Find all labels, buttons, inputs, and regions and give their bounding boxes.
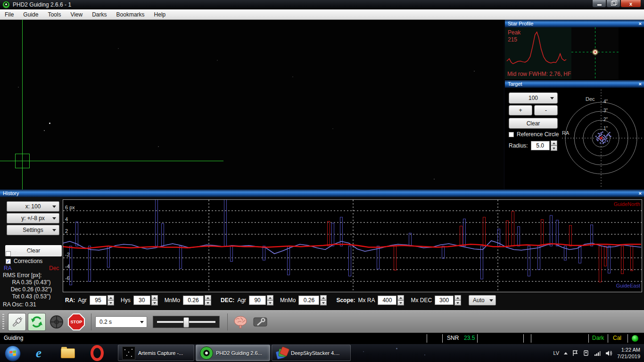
advanced-settings-button[interactable] bbox=[231, 313, 249, 331]
taskbar-app-phd2[interactable]: PHD2 Guiding 2.6... bbox=[196, 345, 270, 361]
start-button[interactable] bbox=[5, 346, 21, 362]
action-center-flag-icon[interactable] bbox=[572, 350, 578, 356]
opera-button[interactable] bbox=[88, 346, 107, 360]
speaker-icon[interactable] bbox=[605, 350, 612, 356]
ra-minmove-spinner[interactable] bbox=[205, 295, 211, 305]
ra-minmove-input[interactable]: 0.26 bbox=[183, 296, 204, 305]
toolbar-gripper[interactable] bbox=[2, 314, 4, 330]
menu-file[interactable]: File bbox=[0, 9, 18, 20]
dec-guide-mode-dropdown[interactable]: Auto bbox=[469, 295, 496, 305]
scatter-point bbox=[603, 137, 604, 139]
target-close-icon[interactable]: × bbox=[639, 81, 642, 87]
stop-button[interactable]: STOP bbox=[67, 313, 85, 331]
correction-bar-dec bbox=[394, 246, 396, 270]
max-ra-label: Mx RA bbox=[358, 297, 375, 304]
guide-button[interactable] bbox=[48, 313, 66, 331]
y-tick-label: -6 bbox=[65, 275, 70, 281]
correction-bar-ra bbox=[89, 246, 91, 281]
history-controls: x: 100 y: +/-8 px Settings Clear Trendli… bbox=[0, 197, 63, 310]
menu-tools[interactable]: Tools bbox=[43, 9, 66, 20]
network-signal-icon[interactable] bbox=[594, 350, 601, 356]
target-clear-button[interactable]: Clear bbox=[509, 118, 558, 129]
dec-aggression-input[interactable]: 90 bbox=[249, 296, 266, 305]
menu-darks[interactable]: Darks bbox=[87, 9, 111, 20]
camera-settings-button[interactable] bbox=[251, 313, 269, 331]
slider-handle[interactable] bbox=[183, 317, 189, 328]
target-title: Target bbox=[508, 81, 522, 87]
dec-minmove-input[interactable]: 0.26 bbox=[298, 296, 319, 305]
star-profile-plot: Peak 215 Mid row FWHM: 2.76, HF bbox=[505, 27, 571, 79]
exposure-duration-dropdown[interactable]: 0.2 s bbox=[95, 316, 147, 328]
menu-help[interactable]: Help bbox=[149, 9, 171, 20]
settings-dropdown[interactable]: Settings bbox=[7, 225, 59, 235]
chevron-down-icon bbox=[52, 206, 56, 208]
correction-bar-ra bbox=[70, 246, 72, 285]
chevron-down-icon bbox=[52, 229, 56, 231]
guide-state: Guiding bbox=[4, 335, 23, 341]
scatter-point bbox=[606, 138, 607, 140]
ra-aggression-spinner[interactable] bbox=[107, 295, 114, 305]
history-pane: History × x: 100 y: +/-8 px Settings Cle… bbox=[0, 189, 644, 310]
scatter-point bbox=[595, 136, 597, 137]
correction-bar-ra bbox=[528, 246, 530, 276]
menu-bookmarks[interactable]: Bookmarks bbox=[112, 9, 149, 20]
dec-aggression-spinner[interactable] bbox=[267, 295, 273, 305]
ra-aggression-input[interactable]: 95 bbox=[90, 296, 107, 305]
y-scale-dropdown[interactable]: y: +/-8 px bbox=[7, 213, 59, 223]
target-titlebar[interactable]: Target × bbox=[505, 80, 644, 88]
max-dec-spinner[interactable] bbox=[454, 295, 461, 305]
menu-guide[interactable]: Guide bbox=[18, 9, 43, 20]
star-profile-titlebar[interactable]: Star Profile × bbox=[505, 20, 644, 27]
correction-bar-ra bbox=[231, 246, 233, 262]
hysteresis-spinner[interactable] bbox=[151, 295, 158, 305]
dec-minmove-spinner[interactable] bbox=[320, 295, 327, 305]
max-ra-input[interactable]: 400 bbox=[378, 296, 396, 305]
restore-button[interactable] bbox=[606, 0, 620, 8]
taskbar-app-deepskystacker[interactable]: DeepSkyStacker 4.... bbox=[272, 345, 351, 361]
artemis-capture-icon bbox=[122, 346, 135, 360]
minimize-button[interactable] bbox=[592, 0, 606, 8]
trendlines-checkbox[interactable] bbox=[6, 251, 11, 256]
reference-circle-checkbox[interactable] bbox=[509, 132, 514, 137]
chevron-down-icon bbox=[52, 217, 56, 220]
radius-input[interactable]: 5.0 bbox=[531, 141, 550, 150]
dec-minmove-label: MnMo bbox=[280, 297, 296, 304]
menu-view[interactable]: View bbox=[66, 9, 87, 20]
remove-hardware-icon[interactable] bbox=[583, 350, 589, 356]
star-profile-content: Peak 215 Mid row FWHM: 2.76, HF bbox=[505, 27, 644, 79]
close-button[interactable]: x bbox=[620, 0, 641, 8]
language-indicator[interactable]: LV bbox=[553, 350, 559, 356]
history-close-icon[interactable]: × bbox=[639, 190, 642, 197]
target-zoom-out-button[interactable]: - bbox=[534, 105, 558, 115]
rms-tot-value: Tot 0.43 (0.53'') bbox=[0, 293, 63, 300]
corrections-checkbox[interactable]: ✓ bbox=[6, 259, 11, 264]
phd2-icon bbox=[200, 346, 213, 360]
guide-parameter-row: RA: Agr 95 Hys 30 MnMo 0.26 DEC: Agr 90 … bbox=[65, 294, 496, 306]
max-dec-input[interactable]: 300 bbox=[435, 296, 454, 305]
hysteresis-input[interactable]: 30 bbox=[133, 296, 150, 305]
taskbar-app-artemis[interactable]: Artemis Capture -... bbox=[118, 345, 194, 361]
max-ra-spinner[interactable] bbox=[397, 295, 404, 305]
show-hidden-icons-icon[interactable] bbox=[564, 352, 568, 354]
rms-error-header: RMS Error [px]: bbox=[3, 272, 42, 279]
radius-spinner[interactable] bbox=[551, 140, 557, 151]
target-zoom-dropdown[interactable]: 100 bbox=[509, 92, 558, 104]
target-zoom-in-button[interactable]: + bbox=[509, 105, 532, 115]
target-pane: Target × 100 + - Clear Reference Circle … bbox=[505, 80, 644, 189]
internet-explorer-button[interactable]: e bbox=[29, 346, 48, 360]
star-profile-close-icon[interactable]: × bbox=[639, 20, 642, 27]
connect-equipment-button[interactable] bbox=[8, 313, 26, 331]
history-titlebar[interactable]: History × bbox=[0, 189, 644, 197]
gamma-slider[interactable] bbox=[153, 316, 220, 328]
correction-bar-ra bbox=[224, 200, 227, 246]
star bbox=[292, 76, 293, 77]
taskbar-clock[interactable]: 1:22 AM 7/21/2019 bbox=[617, 346, 640, 360]
chevron-down-icon bbox=[140, 321, 144, 323]
internet-explorer-icon: e bbox=[36, 347, 41, 359]
file-explorer-button[interactable] bbox=[58, 346, 77, 360]
guide-camera-image[interactable] bbox=[0, 20, 504, 189]
star bbox=[49, 123, 50, 124]
correction-bar-dec bbox=[506, 221, 509, 246]
x-scale-dropdown[interactable]: x: 100 bbox=[7, 201, 59, 212]
loop-exposures-button[interactable] bbox=[28, 313, 46, 331]
